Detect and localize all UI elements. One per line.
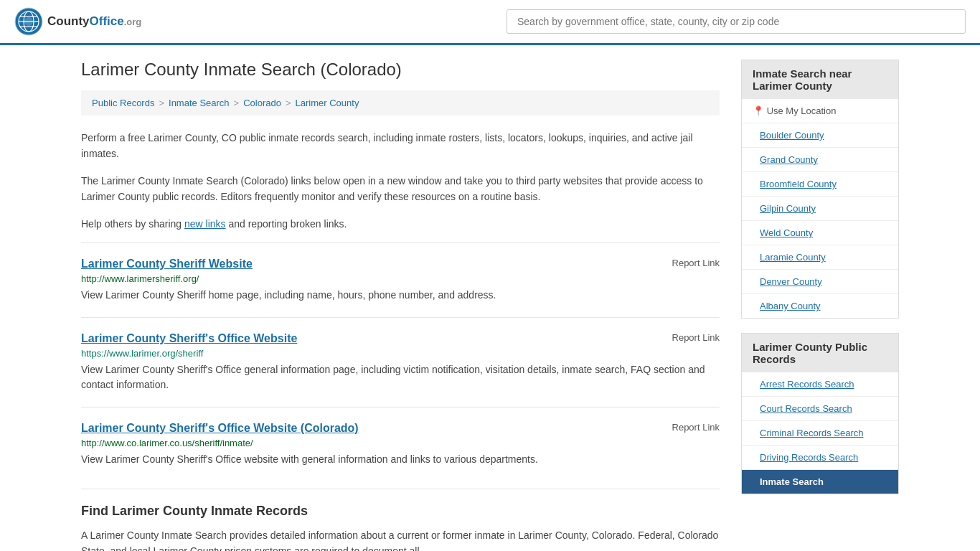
result-url-2[interactable]: https://www.larimer.org/sheriff [81,348,720,359]
result-url-3[interactable]: http://www.co.larimer.co.us/sheriff/inma… [81,438,720,448]
sidebar: Inmate Search near Larimer County 📍 Use … [741,60,899,551]
site-header: CountyOffice.org [0,0,980,45]
sidebar-item-court-records[interactable]: Court Records Search [742,397,898,421]
sidebar-item-weld-county[interactable]: Weld County [742,221,898,245]
location-icon: 📍 [753,105,767,116]
desc-para-3-prefix: Help others by sharing [81,218,184,230]
page-title: Larimer County Inmate Search (Colorado) [81,60,720,80]
result-entry-1: Larimer County Sheriff Website Report Li… [81,242,720,317]
main-wrapper: Larimer County Inmate Search (Colorado) … [60,45,920,551]
sidebar-nearby-section: Inmate Search near Larimer County 📍 Use … [741,60,899,319]
breadcrumb-inmate-search[interactable]: Inmate Search [169,98,230,108]
desc-para-1: Perform a free Larimer County, CO public… [81,130,720,162]
sidebar-item-driving-records[interactable]: Driving Records Search [742,446,898,470]
logo-text: CountyOffice.org [47,14,141,29]
breadcrumb-sep-1: > [159,98,164,108]
result-header-3: Larimer County Sheriff's Office Website … [81,422,720,435]
result-desc-1: View Larimer County Sheriff home page, i… [81,288,720,303]
find-desc: A Larimer County Inmate Search provides … [81,527,720,551]
sidebar-item-albany-county[interactable]: Albany County [742,294,898,318]
report-link-2[interactable]: Report Link [672,332,720,343]
result-title-1[interactable]: Larimer County Sheriff Website [81,258,253,270]
result-entry-2: Larimer County Sheriff's Office Website … [81,317,720,407]
find-section: Find Larimer County Inmate Records A Lar… [81,489,720,551]
result-desc-3: View Larimer County Sheriff's Office web… [81,452,720,467]
sidebar-use-location[interactable]: 📍 Use My Location [742,99,898,123]
svg-point-7 [24,17,33,26]
breadcrumb-colorado[interactable]: Colorado [243,98,281,108]
new-links-link[interactable]: new links [184,218,226,230]
breadcrumb-larimer-county[interactable]: Larimer County [296,98,359,108]
result-header-1: Larimer County Sheriff Website Report Li… [81,258,720,270]
report-link-3[interactable]: Report Link [672,422,720,433]
breadcrumb-sep-2: > [234,98,240,108]
sidebar-item-gilpin-county[interactable]: Gilpin County [742,197,898,221]
desc-para-2: The Larimer County Inmate Search (Colora… [81,173,720,205]
result-header-2: Larimer County Sheriff's Office Website … [81,332,720,345]
breadcrumb-sep-3: > [286,98,291,108]
sidebar-public-records-section: Larimer County Public Records Arrest Rec… [741,333,899,494]
content-area: Larimer County Inmate Search (Colorado) … [81,60,720,551]
sidebar-item-inmate-search[interactable]: Inmate Search [742,470,898,494]
use-location-label: Use My Location [767,105,837,116]
result-title-2[interactable]: Larimer County Sheriff's Office Website [81,332,297,345]
search-input[interactable] [507,9,966,34]
logo[interactable]: CountyOffice.org [14,7,141,36]
sidebar-item-laramie-county[interactable]: Laramie County [742,245,898,270]
sidebar-item-broomfield-county[interactable]: Broomfield County [742,172,898,197]
sidebar-nearby-header: Inmate Search near Larimer County [742,60,898,99]
sidebar-item-criminal-records[interactable]: Criminal Records Search [742,421,898,446]
sidebar-item-arrest-records[interactable]: Arrest Records Search [742,372,898,397]
sidebar-item-boulder-county[interactable]: Boulder County [742,123,898,148]
desc-para-3: Help others by sharing new links and rep… [81,216,720,232]
breadcrumb-public-records[interactable]: Public Records [92,98,154,108]
breadcrumb: Public Records > Inmate Search > Colorad… [81,90,720,116]
result-title-3[interactable]: Larimer County Sheriff's Office Website … [81,422,359,435]
find-title: Find Larimer County Inmate Records [81,504,720,519]
sidebar-item-denver-county[interactable]: Denver County [742,270,898,294]
desc-para-3-suffix: and reporting broken links. [226,218,347,230]
sidebar-public-records-header: Larimer County Public Records [742,334,898,372]
sidebar-item-grand-county[interactable]: Grand County [742,148,898,172]
result-desc-2: View Larimer County Sheriff's Office gen… [81,362,720,392]
search-bar[interactable] [507,9,966,34]
result-entry-3: Larimer County Sheriff's Office Website … [81,407,720,481]
result-url-1[interactable]: http://www.larimersheriff.org/ [81,273,720,284]
report-link-1[interactable]: Report Link [672,258,720,268]
logo-icon [14,7,43,36]
